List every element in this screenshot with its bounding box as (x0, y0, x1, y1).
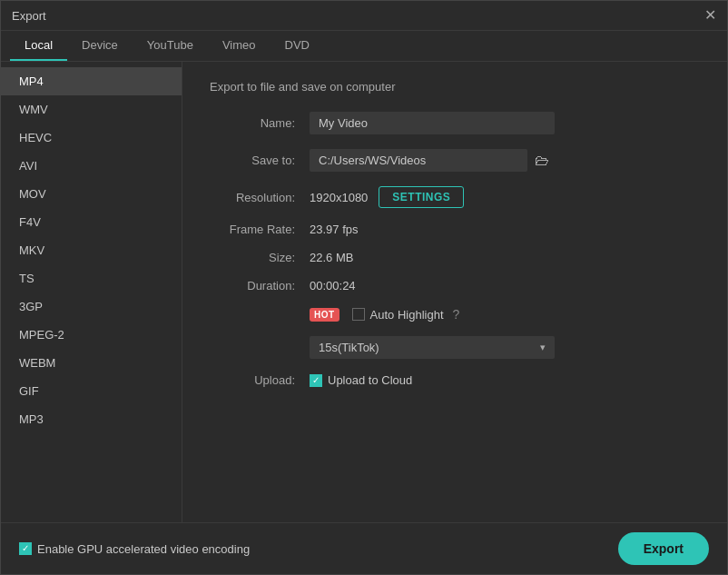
tab-bar: Local Device YouTube Vimeo DVD (1, 31, 727, 62)
sidebar-item-mov[interactable]: MOV (1, 180, 182, 208)
sidebar-item-mp4[interactable]: MP4 (1, 67, 182, 95)
tab-vimeo[interactable]: Vimeo (208, 31, 271, 61)
upload-cloud-checkbox[interactable] (310, 374, 322, 387)
save-to-row: Save to: 🗁 (210, 149, 700, 172)
content-area: MP4 WMV HEVC AVI MOV F4V MKV TS 3GP MPEG… (1, 62, 727, 522)
save-path-input[interactable] (310, 149, 527, 172)
export-button[interactable]: Export (618, 532, 709, 565)
close-button[interactable]: ✕ (704, 8, 716, 23)
resolution-value: 1920x1080 (310, 191, 368, 204)
gpu-label: Enable GPU accelerated video encoding (37, 542, 250, 556)
gpu-checkbox[interactable] (19, 542, 32, 555)
gpu-row: Enable GPU accelerated video encoding (19, 542, 250, 556)
auto-highlight-label: Auto Highlight (370, 308, 444, 322)
path-row: 🗁 (310, 149, 549, 172)
dropdown-value: 15s(TikTok) (319, 341, 379, 354)
footer: Enable GPU accelerated video encoding Ex… (1, 522, 727, 574)
duration-row: Duration: 00:00:24 (210, 279, 700, 292)
resolution-row: Resolution: 1920x1080 SETTINGS (210, 186, 700, 208)
save-to-label: Save to: (210, 154, 310, 167)
tab-local[interactable]: Local (10, 31, 67, 61)
size-label: Size: (210, 251, 310, 264)
titlebar: Export ✕ (1, 1, 727, 31)
main-panel: Export to file and save on computer Name… (182, 62, 727, 522)
size-value: 22.6 MB (310, 251, 353, 264)
sidebar-item-mkv[interactable]: MKV (1, 236, 182, 264)
sidebar-item-ts[interactable]: TS (1, 264, 182, 292)
info-icon[interactable]: ? (453, 307, 460, 322)
resolution-label: Resolution: (210, 191, 310, 204)
tab-youtube[interactable]: YouTube (133, 31, 208, 61)
duration-value: 00:00:24 (310, 279, 356, 292)
name-row: Name: (210, 112, 700, 134)
sidebar-item-avi[interactable]: AVI (1, 152, 182, 180)
dropdown-row: 15s(TikTok) ▾ (210, 336, 700, 359)
folder-icon[interactable]: 🗁 (535, 153, 549, 169)
sidebar-item-hevc[interactable]: HEVC (1, 124, 182, 152)
upload-label: Upload: (210, 373, 310, 387)
settings-button[interactable]: SETTINGS (379, 186, 464, 208)
chevron-down-icon: ▾ (540, 342, 546, 353)
sidebar: MP4 WMV HEVC AVI MOV F4V MKV TS 3GP MPEG… (1, 62, 182, 522)
sidebar-item-mpeg2[interactable]: MPEG-2 (1, 321, 182, 349)
upload-checkbox-row: Upload to Cloud (310, 373, 412, 387)
tab-device[interactable]: Device (67, 31, 133, 61)
sidebar-item-f4v[interactable]: F4V (1, 208, 182, 236)
upload-row: Upload: Upload to Cloud (210, 373, 700, 387)
export-description: Export to file and save on computer (210, 80, 700, 94)
sidebar-item-webm[interactable]: WEBM (1, 349, 182, 377)
name-input[interactable] (310, 112, 555, 134)
auto-highlight-checkbox[interactable] (352, 308, 365, 321)
framerate-row: Frame Rate: 23.97 fps (210, 223, 700, 236)
framerate-label: Frame Rate: (210, 223, 310, 236)
duration-label: Duration: (210, 279, 310, 292)
framerate-value: 23.97 fps (310, 223, 359, 236)
auto-highlight-checkbox-row: HOT Auto Highlight ? (310, 307, 459, 322)
size-row: Size: 22.6 MB (210, 251, 700, 264)
tiktok-dropdown[interactable]: 15s(TikTok) ▾ (310, 336, 555, 359)
upload-cloud-label: Upload to Cloud (328, 373, 412, 387)
sidebar-item-3gp[interactable]: 3GP (1, 292, 182, 321)
export-window: Export ✕ Local Device YouTube Vimeo DVD … (0, 0, 728, 575)
resolution-value-row: 1920x1080 SETTINGS (310, 186, 464, 208)
window-title: Export (12, 9, 46, 23)
sidebar-item-gif[interactable]: GIF (1, 377, 182, 405)
hot-badge: HOT (310, 308, 339, 322)
auto-highlight-row: HOT Auto Highlight ? (210, 307, 700, 322)
sidebar-item-wmv[interactable]: WMV (1, 95, 182, 124)
tab-dvd[interactable]: DVD (271, 31, 324, 61)
sidebar-item-mp3[interactable]: MP3 (1, 405, 182, 433)
name-label: Name: (210, 116, 310, 130)
